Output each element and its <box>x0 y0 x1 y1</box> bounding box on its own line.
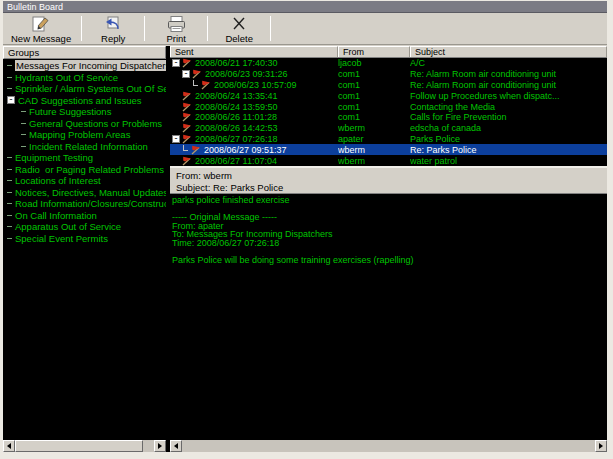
message-row[interactable]: -2008/06/21 17:40:30ljacobA/C <box>170 58 607 69</box>
scroll-right-arrow[interactable] <box>595 440 607 452</box>
message-row[interactable]: -2008/06/27 07:26:18apaterParks Police <box>170 134 607 145</box>
messages-panel: Sent From Subject -2008/06/21 17:40:30lj… <box>170 46 607 452</box>
group-item[interactable]: Incident Related Information <box>3 141 166 153</box>
group-item[interactable]: Hydrants Out Of Service <box>3 72 166 84</box>
group-item[interactable]: On Call Information <box>3 210 166 222</box>
sent-cell: 2008/06/26 11:01:28 <box>170 112 338 122</box>
group-label: Hydrants Out Of Service <box>15 72 118 83</box>
reply-button[interactable]: Reply <box>84 13 142 44</box>
group-item[interactable]: -CAD Suggestions and Issues <box>3 95 166 107</box>
sent-timestamp: 2008/06/26 11:01:28 <box>195 112 277 122</box>
group-item[interactable]: Messages For Incoming Dispatchers <box>3 60 166 72</box>
group-item[interactable]: Apparatus Out of Service <box>3 221 166 233</box>
flag-icon <box>181 112 193 122</box>
preview-subject-line: Subject: Re: Parks Police <box>176 182 607 193</box>
column-header-subject[interactable]: Subject <box>410 46 607 57</box>
scroll-track[interactable] <box>182 440 595 452</box>
scroll-thumb[interactable] <box>15 440 143 452</box>
sent-timestamp: 2008/06/24 13:35:41 <box>195 91 278 101</box>
flag-icon <box>181 123 193 133</box>
message-row[interactable]: 2008/06/27 09:51:37wbermRe: Parks Police <box>170 144 607 155</box>
from-cell: com1 <box>338 69 410 79</box>
scroll-left-arrow[interactable] <box>3 440 15 452</box>
preview-subject-label: Subject: <box>176 182 213 193</box>
flag-icon <box>181 91 193 101</box>
group-label: Mapping Problem Areas <box>29 129 130 140</box>
message-row[interactable]: 2008/06/24 13:35:41com1Follow up Procedu… <box>170 90 607 101</box>
thread-collapse-toggle[interactable]: - <box>172 59 180 67</box>
tree-line <box>7 238 12 239</box>
group-item[interactable]: Future Suggestions <box>3 106 166 118</box>
group-label: Notices, Directives, Manual Updates <box>15 187 166 198</box>
print-button[interactable]: Print <box>147 13 205 44</box>
from-cell: wberm <box>338 123 410 133</box>
subject-cell: Parks Police <box>410 134 607 144</box>
thread-connector <box>183 145 188 151</box>
message-row[interactable]: -2008/06/23 09:31:26com1Re: Alarm Room a… <box>170 69 607 80</box>
column-header-sent[interactable]: Sent <box>170 46 338 57</box>
toolbar-separator <box>144 16 145 41</box>
sent-timestamp: 2008/06/23 10:57:09 <box>214 80 297 90</box>
tree-line <box>7 169 12 170</box>
group-label: Messages For Incoming Dispatchers <box>15 60 166 71</box>
groups-header-label: Groups <box>8 47 39 58</box>
tree-line <box>7 226 12 227</box>
from-cell: com1 <box>338 80 410 90</box>
sent-timestamp: 2008/06/27 11:07:04 <box>195 156 277 166</box>
message-row[interactable]: 2008/06/26 14:42:53wbermedscha of canada <box>170 123 607 134</box>
from-cell: com1 <box>338 112 410 122</box>
group-item[interactable]: General Questions or Problems <box>3 118 166 130</box>
groups-panel: Groups Messages For Incoming Dispatchers… <box>3 46 170 452</box>
delete-label: Delete <box>225 33 252 44</box>
sent-timestamp: 2008/06/24 13:59:50 <box>195 102 278 112</box>
group-item[interactable]: Special Event Permits <box>3 233 166 245</box>
message-row[interactable]: 2008/06/26 11:01:28com1Calls for Fire Pr… <box>170 112 607 123</box>
tree-line <box>7 180 12 181</box>
group-item[interactable]: Radio or Paging Related Problems <box>3 164 166 176</box>
group-item[interactable]: Mapping Problem Areas <box>3 129 166 141</box>
sent-cell: 2008/06/24 13:35:41 <box>170 91 338 101</box>
title-bar[interactable]: Bulletin Board <box>3 1 607 13</box>
preview-subject-value: Re: Parks Police <box>213 182 283 193</box>
sent-timestamp: 2008/06/27 09:51:37 <box>204 145 287 155</box>
tree-line <box>7 157 12 158</box>
group-item[interactable]: Sprinkler / Alarm Systems Out Of Service <box>3 83 166 95</box>
message-row[interactable]: 2008/06/23 10:57:09com1Re: Alarm Room ai… <box>170 80 607 91</box>
sent-timestamp: 2008/06/23 09:31:26 <box>205 69 288 79</box>
new-message-label: New Message <box>11 33 71 44</box>
sent-timestamp: 2008/06/26 14:42:53 <box>195 123 278 133</box>
group-label: Equipment Testing <box>15 152 93 163</box>
column-header-from[interactable]: From <box>338 46 410 57</box>
new-message-icon <box>30 15 52 33</box>
flag-icon <box>181 58 193 68</box>
preview-horizontal-scrollbar[interactable] <box>170 440 607 452</box>
delete-button[interactable]: Delete <box>210 13 268 44</box>
scroll-left-arrow[interactable] <box>170 440 182 452</box>
message-list: -2008/06/21 17:40:30ljacobA/C-2008/06/23… <box>170 58 607 166</box>
sent-cell: -2008/06/21 17:40:30 <box>170 58 338 68</box>
new-message-button[interactable]: New Message <box>3 13 79 44</box>
scroll-track[interactable] <box>143 440 154 452</box>
message-list-header: Sent From Subject <box>170 46 607 58</box>
thread-collapse-toggle[interactable]: - <box>182 70 190 78</box>
group-item[interactable]: Locations of Interest <box>3 175 166 187</box>
group-item[interactable]: Equipment Testing <box>3 152 166 164</box>
thread-collapse-toggle[interactable]: - <box>172 135 180 143</box>
tree-line <box>7 77 12 78</box>
from-cell: apater <box>338 134 410 144</box>
message-row[interactable]: 2008/06/24 13:59:50com1Contacting the Me… <box>170 101 607 112</box>
expand-toggle[interactable]: - <box>7 96 15 104</box>
sent-cell: 2008/06/24 13:59:50 <box>170 102 338 112</box>
flag-icon <box>181 134 193 144</box>
tree-line <box>7 88 12 89</box>
groups-horizontal-scrollbar[interactable] <box>3 440 166 452</box>
subject-cell: Calls for Fire Prevention <box>410 112 607 122</box>
scroll-right-arrow[interactable] <box>154 440 166 452</box>
from-cell: com1 <box>338 102 410 112</box>
subject-cell: Follow up Procedures when dispatc... <box>410 91 607 101</box>
message-row[interactable]: 2008/06/27 11:07:04wbermwater patrol <box>170 155 607 166</box>
group-item[interactable]: Notices, Directives, Manual Updates <box>3 187 166 199</box>
tree-line <box>7 215 12 216</box>
tree-line <box>21 123 26 124</box>
group-item[interactable]: Road Information/Closures/Construction <box>3 198 166 210</box>
